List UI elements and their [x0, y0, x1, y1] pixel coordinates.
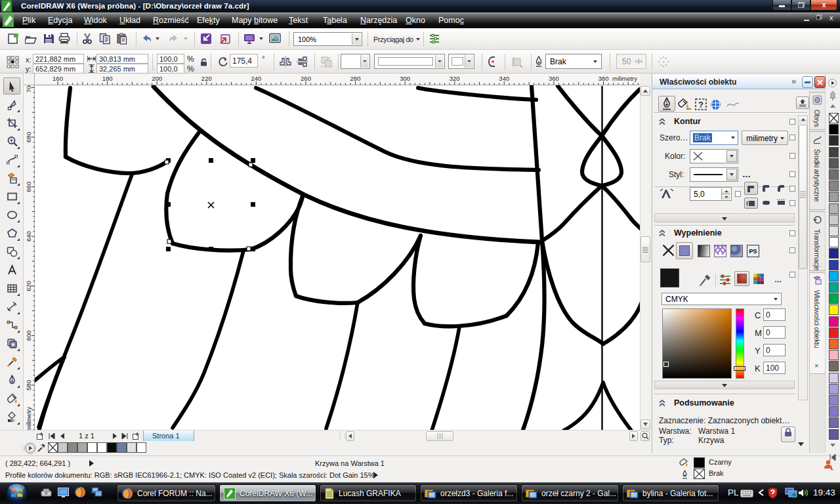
svg-text:580: 580 [25, 380, 32, 390]
svg-text:?: ? [698, 100, 704, 110]
svg-text:340: 340 [499, 75, 509, 82]
svg-text:260: 260 [301, 75, 311, 82]
svg-text:160: 160 [52, 75, 63, 82]
svg-text:280: 280 [350, 75, 361, 82]
svg-text:240: 240 [251, 75, 261, 82]
svg-text:180: 180 [102, 75, 113, 82]
svg-text:300: 300 [400, 75, 410, 82]
svg-text:360: 360 [549, 75, 559, 82]
svg-text:milimetry: milimetry [612, 75, 637, 82]
svg-text:640: 640 [25, 231, 32, 242]
svg-text:620: 620 [25, 281, 32, 291]
svg-text:680: 680 [25, 132, 32, 142]
svg-text:milimetry: milimetry [26, 407, 32, 430]
svg-text:700: 700 [25, 85, 32, 93]
svg-text:320: 320 [450, 75, 460, 82]
svg-text:660: 660 [25, 182, 32, 192]
svg-text:600: 600 [25, 330, 32, 341]
svg-text:220: 220 [201, 75, 212, 82]
svg-text:200: 200 [152, 75, 162, 82]
svg-text:380: 380 [598, 75, 609, 82]
